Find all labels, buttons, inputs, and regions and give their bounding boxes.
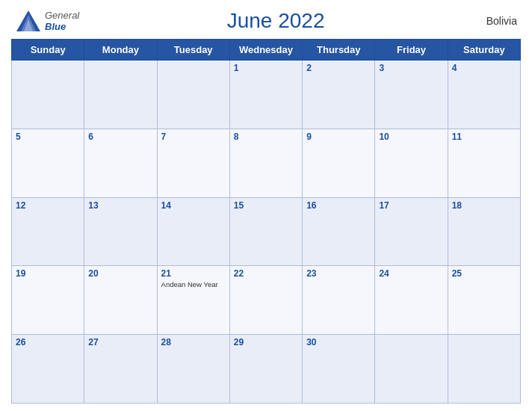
day-number: 23 — [306, 268, 371, 279]
calendar-cell: 6 — [84, 129, 157, 197]
calendar-cell: 19 — [12, 266, 84, 335]
day-number: 30 — [306, 337, 371, 347]
calendar-cell: 3 — [375, 61, 448, 129]
calendar-cell: 9 — [303, 129, 375, 197]
day-number: 22 — [234, 268, 298, 279]
page-title: June 2022 — [79, 9, 472, 33]
logo-icon — [15, 7, 42, 34]
calendar-cell: 10 — [375, 129, 448, 197]
calendar-cell: 20 — [84, 266, 157, 335]
day-number: 24 — [379, 268, 443, 279]
calendar-cell: 28 — [157, 335, 229, 404]
day-number: 6 — [88, 132, 152, 142]
calendar-cell: 0 — [84, 61, 157, 129]
calendar-cell: 2 — [303, 61, 375, 129]
calendar-cell: 24 — [375, 266, 448, 335]
logo: General Blue — [15, 7, 79, 34]
calendar-week-4: 192021Andean New Year22232425 — [12, 266, 521, 335]
weekday-saturday: Saturday — [448, 40, 520, 61]
calendar-cell: 8 — [229, 129, 302, 197]
day-number: 7 — [161, 132, 226, 142]
calendar-cell: 30 — [303, 335, 375, 404]
calendar-cell: 14 — [157, 197, 229, 266]
day-number: 2 — [306, 63, 371, 73]
calendar-cell: 27 — [84, 335, 157, 404]
weekday-friday: Friday — [375, 40, 448, 61]
calendar-cell: 21Andean New Year — [157, 266, 229, 335]
day-number: 21 — [161, 268, 226, 279]
day-number: 5 — [16, 132, 80, 142]
day-number: 26 — [16, 337, 80, 347]
logo-text: General Blue — [45, 10, 79, 32]
calendar-cell: 12 — [12, 197, 84, 266]
calendar-cell: 26 — [12, 335, 84, 404]
calendar-cell: 29 — [229, 335, 302, 404]
page-header: General Blue June 2022 Bolivia — [11, 7, 521, 34]
calendar-cell: 16 — [303, 197, 375, 266]
calendar-table: SundayMondayTuesdayWednesdayThursdayFrid… — [11, 39, 521, 404]
day-number: 0 — [452, 337, 516, 347]
weekday-sunday: Sunday — [12, 40, 84, 61]
calendar-cell: 25 — [448, 266, 520, 335]
day-number: 25 — [452, 268, 516, 279]
holiday-label: Andean New Year — [161, 280, 226, 288]
calendar-cell: 4 — [448, 61, 520, 129]
weekday-thursday: Thursday — [303, 40, 375, 61]
calendar-week-3: 12131415161718 — [12, 197, 521, 266]
country-label: Bolivia — [472, 15, 517, 27]
day-number: 11 — [452, 132, 516, 142]
day-number: 4 — [452, 63, 516, 73]
calendar-week-2: 567891011 — [12, 129, 521, 197]
calendar-cell: 0 — [448, 335, 520, 404]
logo-blue: Blue — [45, 21, 79, 32]
calendar-cell: 17 — [375, 197, 448, 266]
day-number: 8 — [234, 132, 298, 142]
day-number: 0 — [88, 63, 152, 73]
day-number: 27 — [88, 337, 152, 347]
day-number: 10 — [379, 132, 443, 142]
calendar-cell: 0 — [375, 335, 448, 404]
day-number: 14 — [161, 200, 226, 211]
weekday-header-row: SundayMondayTuesdayWednesdayThursdayFrid… — [12, 40, 521, 61]
day-number: 0 — [16, 63, 80, 73]
calendar-cell: 23 — [303, 266, 375, 335]
calendar-cell: 0 — [157, 61, 229, 129]
calendar-cell: 15 — [229, 197, 302, 266]
day-number: 17 — [379, 200, 443, 211]
day-number: 0 — [379, 337, 443, 347]
calendar-week-5: 262728293000 — [12, 335, 521, 404]
day-number: 1 — [234, 63, 298, 73]
day-number: 3 — [379, 63, 443, 73]
day-number: 9 — [306, 132, 371, 142]
day-number: 28 — [161, 337, 226, 347]
day-number: 12 — [16, 200, 80, 211]
day-number: 20 — [88, 268, 152, 279]
day-number: 16 — [306, 200, 371, 211]
calendar-cell: 1 — [229, 61, 302, 129]
calendar-week-1: 0001234 — [12, 61, 521, 129]
calendar-cell: 13 — [84, 197, 157, 266]
weekday-monday: Monday — [84, 40, 157, 61]
day-number: 29 — [234, 337, 298, 347]
logo-general: General — [45, 10, 79, 21]
day-number: 18 — [452, 200, 516, 211]
calendar-cell: 0 — [12, 61, 84, 129]
day-number: 0 — [161, 63, 226, 73]
day-number: 19 — [16, 268, 80, 279]
weekday-tuesday: Tuesday — [157, 40, 229, 61]
calendar-cell: 11 — [448, 129, 520, 197]
calendar-cell: 18 — [448, 197, 520, 266]
weekday-wednesday: Wednesday — [229, 40, 302, 61]
calendar-cell: 5 — [12, 129, 84, 197]
day-number: 13 — [88, 200, 152, 211]
calendar-cell: 7 — [157, 129, 229, 197]
day-number: 15 — [234, 200, 298, 211]
calendar-cell: 22 — [229, 266, 302, 335]
